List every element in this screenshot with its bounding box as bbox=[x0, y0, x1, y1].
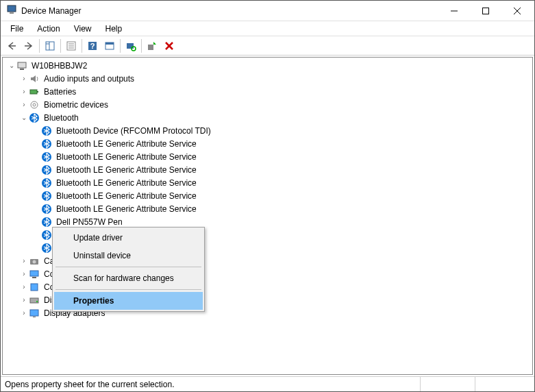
ctx-separator bbox=[55, 289, 201, 290]
bluetooth-icon bbox=[41, 204, 52, 215]
expander-icon[interactable]: › bbox=[19, 74, 29, 84]
app-icon bbox=[6, 4, 17, 17]
tree-node-label: Batteries bbox=[42, 86, 77, 97]
expander-icon[interactable]: › bbox=[19, 87, 29, 97]
close-button[interactable] bbox=[501, 1, 533, 21]
expander-icon[interactable]: › bbox=[19, 100, 29, 110]
tree-node-label: Bluetooth LE Generic Attribute Service bbox=[55, 191, 198, 201]
expander-icon[interactable]: › bbox=[19, 256, 29, 266]
tree-node-bt-device[interactable]: Bluetooth LE Generic Attribute Service bbox=[3, 176, 532, 189]
tree-node-biometric[interactable]: › Biometric devices bbox=[3, 98, 532, 111]
tree-node-bt-device[interactable]: Bluetooth LE Generic Attribute Service bbox=[3, 137, 532, 150]
menubar: File Action View Help bbox=[1, 21, 534, 36]
status-text: Opens property sheet for the current sel… bbox=[5, 377, 421, 391]
ctx-uninstall-device[interactable]: Uninstall device bbox=[54, 247, 203, 265]
update-driver-button[interactable] bbox=[144, 38, 160, 54]
device-icon bbox=[29, 282, 40, 293]
toolbar-separator bbox=[82, 39, 82, 53]
ctx-update-driver[interactable]: Update driver bbox=[54, 229, 203, 247]
tree-node-label: Bluetooth LE Generic Attribute Service bbox=[55, 177, 198, 188]
computer-icon bbox=[29, 269, 40, 280]
svg-rect-23 bbox=[37, 91, 38, 93]
tree-node-label: Bluetooth LE Generic Attribute Service bbox=[55, 204, 198, 215]
tree-node-label: Bluetooth LE Generic Attribute Service bbox=[55, 151, 198, 162]
minimize-button[interactable] bbox=[438, 1, 470, 21]
expander-icon[interactable]: ⌄ bbox=[7, 61, 16, 71]
tree-node-bt-device[interactable]: Bluetooth LE Generic Attribute Service bbox=[3, 202, 532, 215]
action-button[interactable] bbox=[101, 38, 118, 54]
svg-point-25 bbox=[33, 103, 36, 106]
tree-node-bt-device[interactable]: Bluetooth LE Generic Attribute Service bbox=[3, 189, 532, 202]
help-button[interactable]: ? bbox=[84, 38, 101, 54]
battery-icon bbox=[29, 86, 40, 97]
menu-action[interactable]: Action bbox=[30, 23, 66, 35]
bluetooth-icon bbox=[41, 151, 52, 162]
svg-point-38 bbox=[33, 260, 36, 263]
statusbar: Opens property sheet for the current sel… bbox=[1, 376, 534, 391]
status-cell bbox=[475, 377, 530, 391]
svg-rect-17 bbox=[127, 43, 134, 49]
tree-node-bluetooth[interactable]: ⌄ Bluetooth bbox=[3, 111, 532, 124]
window-title: Device Manager bbox=[21, 6, 438, 16]
svg-text:?: ? bbox=[90, 42, 95, 50]
svg-rect-19 bbox=[148, 45, 153, 50]
menu-file[interactable]: File bbox=[3, 23, 30, 35]
toolbar: ? bbox=[1, 36, 534, 56]
context-menu: Update driver Uninstall device Scan for … bbox=[52, 227, 205, 312]
window-controls bbox=[438, 1, 533, 21]
display-icon bbox=[29, 308, 40, 319]
svg-rect-39 bbox=[30, 271, 38, 276]
ctx-scan-hardware[interactable]: Scan for hardware changes bbox=[54, 269, 203, 287]
svg-rect-20 bbox=[18, 62, 26, 68]
menu-help[interactable]: Help bbox=[99, 23, 129, 35]
tree-node-batteries[interactable]: › Batteries bbox=[3, 85, 532, 98]
bluetooth-icon bbox=[41, 138, 52, 149]
tree-node-label: Biometric devices bbox=[42, 99, 110, 110]
back-button[interactable] bbox=[3, 38, 20, 54]
menu-view[interactable]: View bbox=[67, 23, 99, 35]
tree-node-label: Bluetooth LE Generic Attribute Service bbox=[55, 164, 198, 175]
disk-icon bbox=[29, 295, 40, 306]
content-area: ⌄ W10BHBBJW2 › Audio inputs and outputs … bbox=[2, 57, 533, 375]
tree-node-label: W10BHBBJW2 bbox=[30, 60, 88, 71]
tree-node-label: Dell PN557W Pen bbox=[55, 217, 124, 228]
tree-node-bt-device[interactable]: Bluetooth LE Generic Attribute Service bbox=[3, 163, 532, 176]
audio-icon bbox=[29, 73, 40, 84]
bluetooth-icon bbox=[41, 217, 52, 228]
expander-icon[interactable]: › bbox=[19, 295, 29, 305]
toolbar-separator bbox=[141, 39, 142, 53]
tree-node-bt-device[interactable]: Bluetooth LE Generic Attribute Service bbox=[3, 150, 532, 163]
svg-rect-41 bbox=[31, 284, 38, 291]
tree-root[interactable]: ⌄ W10BHBBJW2 bbox=[3, 59, 532, 72]
show-hide-tree-button[interactable] bbox=[42, 38, 58, 54]
bluetooth-icon bbox=[29, 112, 40, 123]
bluetooth-icon bbox=[41, 125, 52, 136]
device-tree[interactable]: ⌄ W10BHBBJW2 › Audio inputs and outputs … bbox=[3, 58, 532, 374]
tree-node-audio[interactable]: › Audio inputs and outputs bbox=[3, 72, 532, 85]
uninstall-button[interactable] bbox=[161, 38, 177, 54]
expander-icon[interactable]: › bbox=[19, 308, 29, 318]
bluetooth-icon bbox=[41, 191, 52, 201]
ctx-properties[interactable]: Properties bbox=[54, 292, 203, 310]
expander-icon[interactable]: › bbox=[19, 269, 29, 279]
tree-node-label: Bluetooth bbox=[42, 112, 80, 123]
forward-button[interactable] bbox=[21, 38, 37, 54]
expander-icon[interactable]: › bbox=[19, 282, 29, 292]
expander-icon[interactable]: ⌄ bbox=[19, 113, 29, 123]
maximize-button[interactable] bbox=[470, 1, 501, 21]
svg-rect-40 bbox=[32, 277, 36, 278]
toolbar-separator bbox=[39, 39, 40, 53]
svg-rect-16 bbox=[105, 42, 114, 45]
svg-rect-45 bbox=[33, 317, 36, 317]
bluetooth-icon bbox=[41, 177, 52, 188]
tree-node-bt-device[interactable]: Bluetooth Device (RFCOMM Protocol TDI) bbox=[3, 124, 532, 137]
tree-node-label: Bluetooth LE Generic Attribute Service bbox=[55, 138, 198, 149]
toolbar-separator bbox=[120, 39, 121, 53]
device-manager-window: Device Manager File Action View Help ? ⌄ bbox=[0, 0, 535, 392]
tree-node-label: Audio inputs and outputs bbox=[42, 73, 136, 84]
svg-point-43 bbox=[36, 301, 38, 302]
ctx-separator bbox=[55, 267, 201, 267]
scan-hardware-button[interactable] bbox=[123, 38, 139, 54]
computer-icon bbox=[16, 60, 27, 71]
properties-button[interactable] bbox=[63, 38, 79, 54]
